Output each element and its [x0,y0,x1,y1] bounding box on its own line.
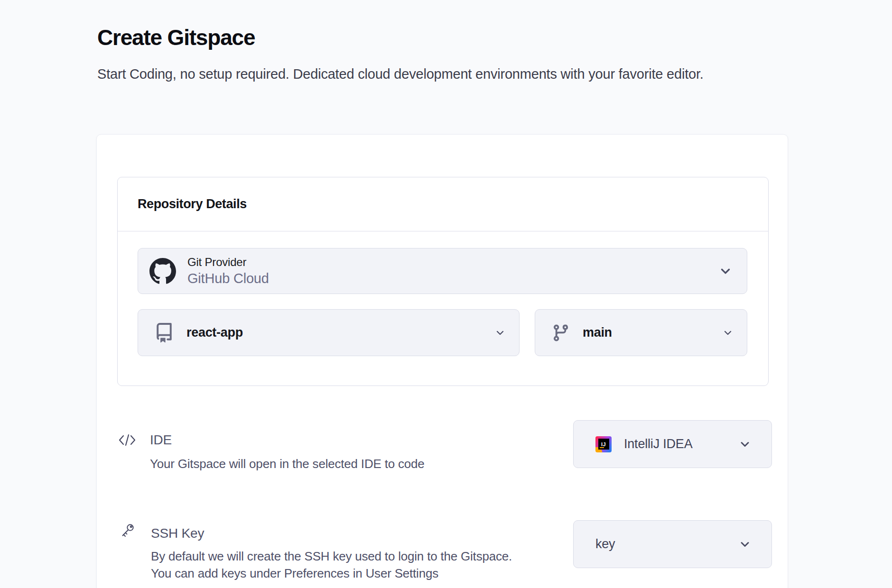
ssh-key-select[interactable]: key [573,520,772,568]
code-icon [118,433,136,447]
chevron-down-icon [738,438,752,451]
ssh-key-description: By default we will create the SSH key us… [151,548,512,582]
git-provider-value: GitHub Cloud [187,270,269,287]
ide-value: IntelliJ IDEA [624,437,692,451]
repository-details-body: Git Provider GitHub Cloud r [118,231,768,356]
branch-select[interactable]: main [535,309,747,356]
ssh-key-description-line: By default we will create the SSH key us… [151,548,512,565]
ssh-key-description-line: You can add keys under Preferences in Us… [151,565,512,582]
page-subtitle: Start Coding, no setup required. Dedicat… [97,64,778,84]
repo-branch-row: react-app main [138,309,747,356]
gitspace-form-card: Repository Details Git Provider GitHub C… [96,134,788,588]
git-provider-select[interactable]: Git Provider GitHub Cloud [138,248,747,294]
page-title: Create Gitspace [97,25,255,50]
repository-value: react-app [186,325,243,340]
git-branch-icon [551,323,570,342]
chevron-down-icon [718,264,733,278]
intellij-idea-logo: IJ [595,436,612,452]
git-provider-label: Git Provider [187,255,269,269]
intellij-monogram: IJ [598,439,609,450]
repository-details-panel: Repository Details Git Provider GitHub C… [117,177,769,386]
git-provider-labels: Git Provider GitHub Cloud [187,255,269,287]
repository-details-header: Repository Details [118,177,768,231]
chevron-down-icon [494,327,506,339]
ssh-key-value: key [595,537,615,551]
repository-details-heading: Repository Details [138,197,247,211]
chevron-down-icon [738,538,752,551]
chevron-down-icon [722,327,734,339]
branch-value: main [583,325,612,340]
github-icon [149,258,176,285]
repo-icon [154,323,174,343]
key-icon [120,523,135,539]
ssh-key-label: SSH Key [151,526,204,541]
ide-label: IDE [150,432,172,448]
ide-description: Your Gitspace will open in the selected … [150,455,425,472]
ide-select[interactable]: IJ IntelliJ IDEA [573,420,772,468]
repository-select[interactable]: react-app [138,309,520,356]
